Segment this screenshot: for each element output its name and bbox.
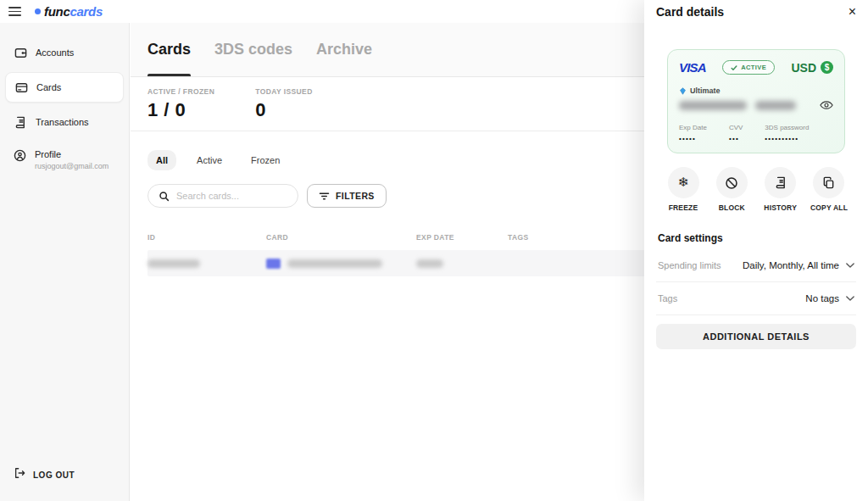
filters-button[interactable]: FILTERS: [307, 184, 387, 208]
table-row[interactable]: [147, 250, 673, 276]
eye-icon[interactable]: [820, 100, 833, 110]
search-input[interactable]: [176, 191, 287, 201]
tags-row[interactable]: Tags No tags: [656, 282, 856, 315]
card-number-row: [679, 100, 833, 110]
chevron-down-icon: [846, 263, 854, 268]
card-details-panel: Card details × VISA ACTIVE USD $ Ultimat…: [644, 0, 868, 501]
logo-text-suffix: cards: [70, 4, 103, 19]
card-tier: Ultimate: [679, 86, 833, 95]
profile-icon: [14, 149, 26, 165]
credit-card-icon: [14, 81, 28, 94]
logout-icon: [14, 467, 25, 482]
stat-label: ACTIVE / FROZEN: [147, 87, 214, 96]
status-badge: ACTIVE: [722, 60, 775, 75]
panel-title: Card details: [656, 5, 724, 19]
logo-dot-icon: [35, 8, 41, 14]
block-button[interactable]: BLOCK: [709, 167, 754, 212]
hamburger-menu-icon[interactable]: [8, 7, 21, 16]
spending-limits-row[interactable]: Spending limits Daily, Monthly, All time: [656, 249, 856, 282]
search-box: [147, 184, 298, 208]
prohibit-icon: [725, 176, 738, 190]
tab-cards[interactable]: Cards: [147, 23, 191, 76]
sidebar-item-label: Transactions: [36, 117, 89, 127]
stat-value: 0: [255, 99, 312, 121]
document-icon: [774, 176, 787, 189]
chevron-down-icon: [846, 296, 854, 301]
column-header-id: ID: [147, 226, 266, 250]
tab-archive[interactable]: Archive: [316, 23, 372, 76]
sidebar-item-label: Cards: [36, 82, 61, 92]
stat-label: TODAY ISSUED: [255, 87, 312, 96]
logo-text-prefix: func: [44, 4, 70, 19]
sidebar-item-label: Accounts: [36, 47, 74, 58]
redacted-id: [147, 259, 200, 268]
redacted-card-number-part: [679, 101, 747, 110]
visa-badge-icon: [266, 259, 281, 269]
panel-header: Card details ×: [656, 0, 856, 24]
cvv-field: CVV •••: [729, 124, 743, 142]
freeze-button[interactable]: ❄ FREEZE: [661, 167, 705, 212]
stat-active-frozen: ACTIVE / FROZEN 1 / 0: [147, 87, 214, 121]
chip-frozen[interactable]: Frozen: [242, 150, 288, 170]
stat-today-issued: TODAY ISSUED 0: [255, 87, 312, 121]
close-icon[interactable]: ×: [849, 5, 856, 19]
redacted-card-number: [287, 259, 382, 268]
column-header-card: CARD: [266, 226, 416, 250]
3ds-password-field: 3DS password ••••••••••: [765, 124, 809, 142]
redacted-card-number-part: [755, 101, 796, 110]
sidebar-item-cards[interactable]: Cards: [5, 72, 124, 103]
sidebar-item-accounts[interactable]: Accounts: [5, 38, 124, 67]
filters-button-label: FILTERS: [336, 191, 375, 201]
visa-logo: VISA: [679, 60, 706, 75]
copy-icon: [822, 176, 835, 189]
chip-all[interactable]: All: [147, 150, 176, 170]
search-icon: [159, 191, 170, 202]
sidebar: Accounts Cards Transactions Profile rusj…: [0, 23, 130, 501]
card-settings-heading: Card settings: [658, 232, 854, 244]
receipt-icon: [14, 115, 27, 129]
spending-limits-value: Daily, Monthly, All time: [743, 260, 839, 270]
sidebar-item-profile[interactable]: Profile rusjogout@gmail.com: [5, 142, 124, 178]
diamond-icon: [679, 87, 687, 95]
column-header-exp-date: EXP DATE: [416, 226, 508, 250]
check-icon: [731, 64, 737, 71]
logout-button[interactable]: LOG OUT: [5, 460, 124, 489]
card-actions: ❄ FREEZE BLOCK HISTORY COPY ALL: [661, 167, 851, 212]
wallet-icon: [14, 46, 27, 59]
additional-details-button[interactable]: ADDITIONAL DETAILS: [656, 324, 856, 349]
dollar-icon: $: [821, 61, 833, 74]
tab-3ds-codes[interactable]: 3DS codes: [214, 23, 292, 76]
exp-date-field: Exp Date •••••: [679, 124, 707, 142]
copy-all-button[interactable]: COPY ALL: [807, 167, 851, 212]
app-window: funccards Accounts Cards Transactions: [0, 0, 868, 501]
history-button[interactable]: HISTORY: [759, 167, 803, 212]
virtual-card: VISA ACTIVE USD $ Ultimate: [667, 49, 845, 153]
table-header-row: ID CARD EXP DATE TAGS: [147, 226, 673, 250]
card-settings-section: Card settings Spending limits Daily, Mon…: [656, 232, 856, 349]
profile-label: Profile: [35, 149, 108, 159]
stat-value: 1 / 0: [147, 99, 214, 121]
chip-active[interactable]: Active: [188, 150, 231, 170]
filter-list-icon: [319, 192, 330, 201]
currency-label: USD: [791, 61, 816, 75]
currency-indicator: USD $: [791, 61, 833, 75]
redacted-exp-date: [416, 259, 443, 268]
logout-label: LOG OUT: [33, 470, 75, 480]
card-secret-fields: Exp Date ••••• CVV ••• 3DS password ••••…: [679, 124, 833, 142]
profile-email: rusjogout@gmail.com: [35, 162, 108, 170]
tags-value: No tags: [805, 293, 839, 303]
app-logo: funccards: [35, 4, 103, 19]
snowflake-icon: ❄: [678, 176, 689, 189]
sidebar-item-transactions[interactable]: Transactions: [5, 108, 124, 136]
cards-table: ID CARD EXP DATE TAGS: [147, 226, 673, 276]
